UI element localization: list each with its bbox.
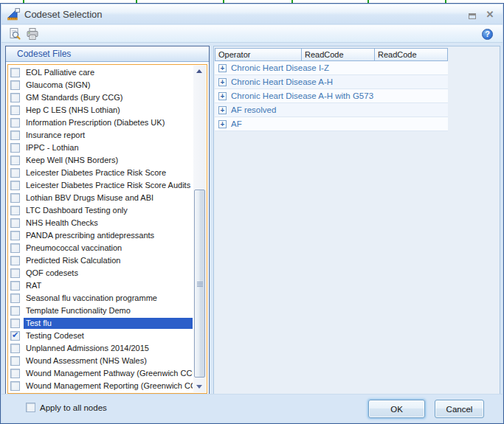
column-header[interactable]: Operator	[215, 48, 302, 61]
item-label[interactable]: Leicester Diabetes Practice Risk Score A…	[24, 180, 193, 191]
item-label[interactable]: Wound Management Reporting (Greenwich CC…	[24, 380, 193, 392]
item-label[interactable]: Keep Well (NHS Borders)	[24, 155, 120, 166]
codeset-files-listbox[interactable]: EOL Palliative careGlaucoma (SIGN)GM Sta…	[7, 64, 207, 394]
item-checkbox[interactable]	[10, 331, 20, 341]
item-label[interactable]: Hep C LES (NHS Lothian)	[24, 105, 122, 116]
list-item[interactable]: Keep Well (NHS Borders)	[9, 154, 193, 167]
list-item[interactable]: Wound Management Pathway (Greenwich CCG)	[9, 367, 193, 380]
list-item[interactable]: Unplanned Admissions 2014/2015	[9, 342, 193, 355]
item-label[interactable]: Wound Assessment (NHS Wales)	[24, 355, 149, 366]
list-item[interactable]: Wound Management Reporting (Greenwich CC…	[9, 380, 193, 392]
item-checkbox[interactable]	[10, 268, 20, 278]
expand-plus-icon[interactable]: +	[218, 106, 227, 114]
list-item[interactable]: Hep C LES (NHS Lothian)	[9, 104, 193, 117]
apply-to-all-nodes-checkbox[interactable]	[26, 403, 35, 412]
column-header[interactable]: ReadCode	[302, 48, 375, 61]
list-item[interactable]: QOF codesets	[9, 267, 193, 279]
item-label[interactable]: Leicester Diabetes Practice Risk Score	[24, 167, 168, 178]
item-checkbox[interactable]	[10, 369, 20, 378]
item-checkbox[interactable]	[10, 181, 20, 190]
expand-plus-icon[interactable]: +	[218, 64, 227, 72]
item-checkbox[interactable]	[10, 231, 20, 240]
item-checkbox[interactable]	[10, 93, 20, 102]
item-checkbox[interactable]	[10, 143, 20, 153]
item-label[interactable]: Testing Codeset	[24, 330, 86, 341]
grid-row[interactable]: +Chronic Heart Disease I-Z	[215, 61, 448, 75]
print-icon[interactable]	[26, 27, 39, 41]
grid-row[interactable]: +Chronic Heart Disease A-H	[215, 75, 448, 89]
scroll-up-button[interactable]	[193, 66, 206, 77]
list-item[interactable]: GM Standards (Bury CCG)	[9, 91, 193, 104]
ok-button[interactable]: OK	[368, 400, 425, 418]
expand-plus-icon[interactable]: +	[218, 92, 227, 100]
list-item[interactable]: Wound Assessment (NHS Wales)	[9, 355, 193, 367]
item-checkbox[interactable]	[10, 243, 20, 253]
list-item[interactable]: Predicted Risk Calculation	[9, 254, 193, 267]
item-label[interactable]: IPPC - Lothian	[24, 142, 81, 153]
item-label[interactable]: Lothian BBV Drugs Misuse and ABI	[24, 192, 156, 204]
close-button[interactable]: ✕	[483, 9, 497, 21]
item-checkbox[interactable]	[10, 206, 20, 215]
list-item[interactable]: Test flu	[9, 317, 193, 330]
item-label[interactable]: Template Functionality Demo	[24, 305, 133, 316]
item-label[interactable]: NHS Health Checks	[24, 218, 100, 229]
list-item[interactable]: Seasonal flu vaccination programme	[9, 292, 193, 305]
item-checkbox[interactable]	[10, 118, 20, 128]
item-checkbox[interactable]	[10, 218, 20, 228]
list-item[interactable]: LTC Dashboard Testing only	[9, 204, 193, 217]
item-label[interactable]: Insurance report	[24, 130, 87, 141]
list-item[interactable]: Glaucoma (SIGN)	[9, 79, 193, 91]
item-checkbox[interactable]	[10, 131, 20, 140]
list-item[interactable]: Template Functionality Demo	[9, 305, 193, 317]
item-label[interactable]: Predicted Risk Calculation	[24, 255, 122, 266]
item-label[interactable]: Test flu	[24, 318, 193, 329]
item-checkbox[interactable]	[10, 381, 20, 391]
item-label[interactable]: Pneumococcal vaccination	[24, 243, 124, 254]
list-item[interactable]: Testing Codeset	[9, 330, 193, 342]
list-item[interactable]: Lothian BBV Drugs Misuse and ABI	[9, 192, 193, 204]
item-label[interactable]: QOF codesets	[24, 268, 80, 279]
column-header[interactable]: ReadCode	[375, 48, 448, 61]
item-checkbox[interactable]	[10, 68, 20, 77]
list-item[interactable]: Information Prescription (Diabetes UK)	[9, 117, 193, 129]
grid-row[interactable]: +AF	[215, 117, 448, 131]
item-checkbox[interactable]	[10, 356, 20, 366]
item-label[interactable]: PANDA prescribing antidepressants	[24, 230, 156, 241]
help-button[interactable]: ?	[482, 29, 493, 40]
scroll-down-button[interactable]	[193, 381, 206, 392]
list-scrollbar[interactable]	[193, 66, 206, 392]
item-checkbox[interactable]	[10, 344, 20, 353]
list-item[interactable]: Pneumococcal vaccination	[9, 242, 193, 254]
item-checkbox[interactable]	[10, 319, 20, 328]
item-checkbox[interactable]	[10, 80, 20, 90]
expand-plus-icon[interactable]: +	[218, 78, 227, 86]
item-checkbox[interactable]	[10, 306, 20, 316]
list-item[interactable]: PANDA prescribing antidepressants	[9, 229, 193, 242]
item-checkbox[interactable]	[10, 281, 20, 291]
item-label[interactable]: LTC Dashboard Testing only	[24, 205, 130, 216]
expand-plus-icon[interactable]: +	[218, 120, 227, 128]
list-item[interactable]: Insurance report	[9, 129, 193, 142]
print-preview-icon[interactable]	[8, 27, 21, 41]
item-checkbox[interactable]	[10, 256, 20, 265]
scroll-thumb[interactable]	[194, 190, 205, 378]
item-label[interactable]: Glaucoma (SIGN)	[24, 80, 92, 91]
item-label[interactable]: Wound Management Pathway (Greenwich CCG)	[24, 368, 193, 379]
grid-row[interactable]: +AF resolved	[215, 103, 448, 117]
item-label[interactable]: GM Standards (Bury CCG)	[24, 92, 125, 103]
item-checkbox[interactable]	[10, 156, 20, 165]
list-item[interactable]: IPPC - Lothian	[9, 142, 193, 154]
item-label[interactable]: EOL Palliative care	[24, 67, 97, 78]
list-item[interactable]: Leicester Diabetes Practice Risk Score A…	[9, 179, 193, 192]
item-label[interactable]: Unplanned Admissions 2014/2015	[24, 343, 151, 354]
list-item[interactable]: EOL Palliative care	[9, 66, 193, 79]
list-item[interactable]: NHS Health Checks	[9, 217, 193, 229]
item-checkbox[interactable]	[10, 293, 20, 303]
list-item[interactable]: RAT	[9, 279, 193, 292]
item-checkbox[interactable]	[10, 105, 20, 115]
item-label[interactable]: Information Prescription (Diabetes UK)	[24, 117, 167, 128]
item-label[interactable]: Seasonal flu vaccination programme	[24, 293, 159, 304]
item-checkbox[interactable]	[10, 193, 20, 203]
list-item[interactable]: Leicester Diabetes Practice Risk Score	[9, 167, 193, 179]
grid-row[interactable]: +Chronic Heart Disease A-H with G573	[215, 89, 448, 103]
